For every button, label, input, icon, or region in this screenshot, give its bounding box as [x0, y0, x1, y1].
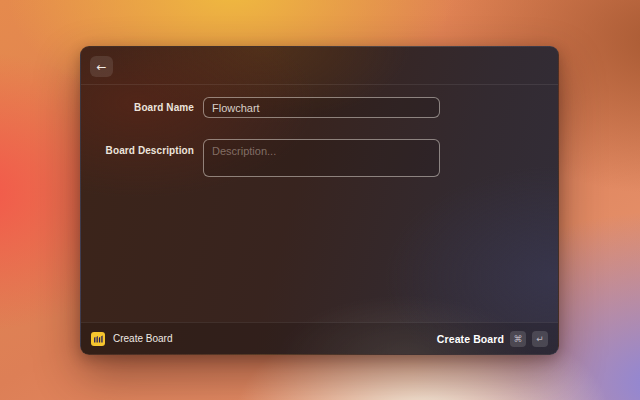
create-board-button[interactable]: Create Board ⌘ ↵ [437, 331, 548, 347]
footer-title: Create Board [113, 333, 172, 344]
board-description-label: Board Description [81, 139, 194, 156]
board-name-label: Board Name [81, 102, 194, 113]
back-button[interactable]: ← [90, 56, 113, 77]
footer-brand: Create Board [91, 332, 172, 346]
board-name-input[interactable] [203, 97, 440, 118]
board-name-row: Board Name [81, 97, 558, 118]
dialog-footer: Create Board Create Board ⌘ ↵ [81, 322, 558, 354]
back-arrow-icon: ← [96, 60, 106, 74]
dialog-header: ← [81, 47, 558, 85]
command-key-icon: ⌘ [510, 331, 526, 347]
create-board-form: Board Name Board Description [81, 85, 558, 322]
create-board-dialog: ← Board Name Board Description Create [80, 46, 559, 355]
create-board-button-label: Create Board [437, 333, 504, 345]
enter-key-icon: ↵ [532, 331, 548, 347]
board-description-row: Board Description [81, 139, 558, 177]
board-description-input[interactable] [203, 139, 440, 177]
miro-logo-icon [91, 332, 105, 346]
